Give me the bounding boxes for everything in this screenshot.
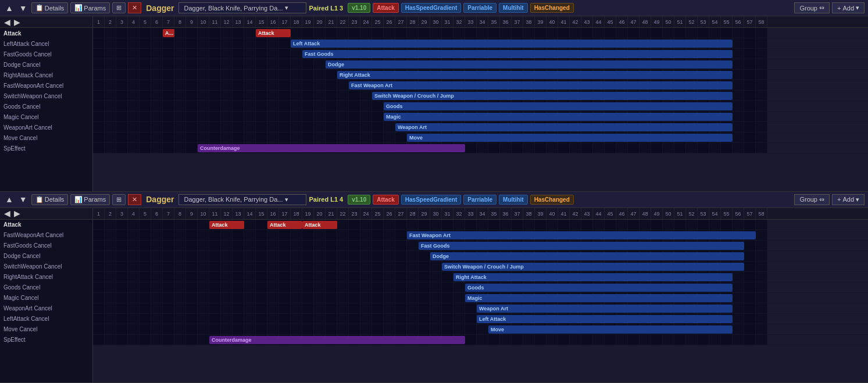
parriable-tag[interactable]: Parriable (463, 195, 496, 205)
grid-cell (291, 28, 302, 38)
timeline-bar[interactable]: Move (407, 134, 733, 142)
frame-number: 47 (628, 208, 640, 219)
grid-cell (465, 324, 477, 334)
details-icon: 📋 (35, 196, 44, 203)
grid-cell (407, 303, 419, 313)
frame-number: 51 (674, 208, 686, 219)
timeline-bar[interactable]: Dodge (326, 60, 733, 69)
timeline-bar[interactable]: Magic (465, 294, 733, 302)
hasspeedgradient-tag[interactable]: HasSpeedGradient (401, 195, 461, 205)
weapon-selector[interactable]: Dagger, Black Knife, Parrying Da... ▾ (178, 194, 306, 205)
panel-2: ▲ ▼ 📋 Details 📊 Params ⊞ ✕ Dagger Dagger… (0, 192, 868, 384)
grid-cell (477, 143, 488, 153)
timeline-bar[interactable]: Fast Weapon Art (407, 231, 756, 239)
multihit-tag[interactable]: Multihit (499, 3, 528, 13)
timeline-bar[interactable]: Goods (465, 284, 733, 292)
timeline-bar[interactable]: Counterdamage (198, 144, 465, 152)
grid-btn[interactable]: ⊞ (112, 194, 126, 205)
haschanged-tag[interactable]: HasChanged (530, 195, 574, 205)
timeline-bar[interactable]: Attack (209, 221, 244, 229)
grid-cell (709, 220, 721, 230)
details-btn[interactable]: 📋 Details (31, 2, 69, 13)
hasspeedgradient-tag[interactable]: HasSpeedGradient (401, 3, 461, 13)
multihit-tag[interactable]: Multihit (499, 195, 528, 205)
frame-number: 18 (291, 16, 302, 27)
grid-cell (744, 49, 756, 59)
row-label: RightAttack Cancel (0, 272, 92, 282)
timeline-bar[interactable]: Magic (384, 113, 733, 121)
grid-cell (267, 272, 279, 282)
grid-cell (267, 303, 279, 313)
grid-cell (395, 314, 407, 324)
nav-right-btn[interactable]: ▶ (12, 209, 22, 218)
frame-number: 43 (581, 16, 593, 27)
frame-number: 43 (581, 208, 593, 219)
timeline-bar[interactable]: Counterdamage (209, 336, 465, 344)
timeline-bar[interactable]: Fast Weapon Art (349, 81, 733, 90)
timeline-bar[interactable]: Switch Weapon / Crouch / Jump (442, 263, 744, 271)
nav-left-btn[interactable]: ◀ (2, 17, 12, 27)
grid-cell (337, 303, 349, 313)
grid-cell (244, 282, 256, 292)
timeline-bar[interactable]: Weapon Art (395, 123, 733, 131)
grid-cell (326, 91, 337, 101)
timeline-bar[interactable]: Move (488, 325, 733, 334)
grid-cell (209, 80, 221, 90)
haschanged-tag[interactable]: HasChanged (530, 3, 574, 13)
timeline-bar[interactable]: Switch Weapon / Crouch / Jump (372, 92, 733, 100)
timeline-bar[interactable]: Fast Goods (302, 50, 733, 58)
collapse-btn[interactable]: ▲ (3, 195, 15, 204)
grid-cell (698, 220, 709, 230)
nav-right-btn[interactable]: ▶ (12, 17, 22, 27)
grid-cell (105, 293, 116, 303)
timeline-bar[interactable]: Attack (267, 221, 302, 229)
grid-cell (128, 314, 140, 324)
grid-cell (291, 101, 302, 111)
timeline-bar[interactable]: A... (163, 29, 174, 37)
timeline-bar[interactable]: Right Attack (337, 71, 733, 79)
grid-cell (628, 143, 640, 153)
collapse-btn[interactable]: ▲ (3, 3, 15, 13)
group-control[interactable]: Group ⇔ (794, 2, 830, 13)
details-btn[interactable]: 📋 Details (31, 194, 69, 205)
params-btn[interactable]: 📊 Params (70, 2, 110, 13)
weapon-selector[interactable]: Dagger, Black Knife, Parrying Da... ▾ (178, 2, 306, 13)
timeline-bar[interactable]: Fast Goods (419, 242, 744, 250)
add-btn[interactable]: + Add ▾ (832, 2, 865, 13)
params-btn[interactable]: 📊 Params (70, 194, 110, 205)
grid-cell (140, 230, 151, 240)
timeline-bar[interactable]: Dodge (430, 252, 744, 260)
timeline-bar[interactable]: Weapon Art (477, 305, 733, 313)
timeline-bar[interactable]: Right Attack (453, 273, 733, 281)
grid-cell (314, 272, 326, 282)
nav-left-btn[interactable]: ◀ (2, 209, 12, 218)
attack-tag[interactable]: Attack (373, 195, 399, 205)
row-label: WeaponArt Cancel (0, 303, 92, 314)
add-btn[interactable]: + Add ▾ (832, 194, 865, 205)
frame-number: 30 (430, 208, 442, 219)
grid-btn[interactable]: ⊞ (112, 2, 126, 13)
close-btn[interactable]: ✕ (128, 194, 141, 205)
timeline-bar[interactable]: Attack (302, 221, 337, 229)
grid-cell (744, 251, 756, 261)
timeline-bar[interactable]: Left Attack (291, 40, 733, 48)
expand-btn[interactable]: ▼ (17, 3, 29, 13)
grid-cell (186, 251, 198, 261)
expand-btn[interactable]: ▼ (17, 195, 29, 204)
grid-cell (407, 293, 419, 303)
grid-cell (221, 70, 233, 80)
parriable-tag[interactable]: Parriable (463, 3, 496, 13)
grid-cell (163, 38, 174, 48)
close-btn[interactable]: ✕ (128, 2, 141, 13)
grid-cell (198, 282, 209, 292)
timeline-bar[interactable]: Left Attack (477, 315, 733, 323)
grid-cell (186, 272, 198, 282)
attack-tag[interactable]: Attack (373, 3, 399, 13)
grid-cell (93, 38, 105, 48)
group-control[interactable]: Group ⇔ (794, 194, 830, 205)
grid-cell (291, 303, 302, 313)
timeline-bar[interactable]: Goods (384, 102, 733, 110)
timeline-bar[interactable]: Attack (256, 29, 291, 37)
weapon-name: Dagger, Black Knife, Parrying Da... (184, 5, 283, 12)
frame-number: 32 (453, 16, 465, 27)
